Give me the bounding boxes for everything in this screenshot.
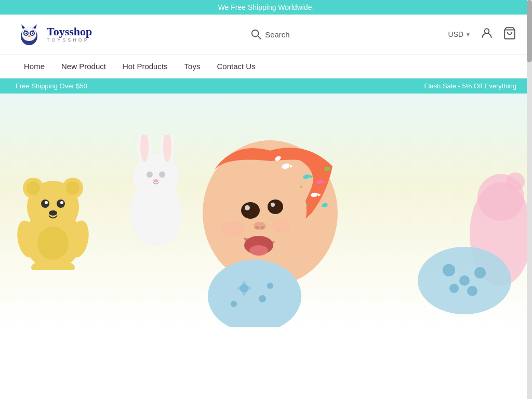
search-icon [250, 29, 262, 40]
svg-point-41 [153, 179, 158, 182]
announcement-text: We Free Shipping Worldwide. [218, 3, 314, 11]
currency-value: USD [448, 30, 464, 38]
svg-point-28 [37, 227, 69, 260]
cart-icon [503, 26, 516, 40]
svg-point-62 [268, 200, 283, 214]
svg-point-20 [26, 181, 40, 195]
svg-point-71 [271, 220, 290, 232]
svg-point-87 [467, 286, 477, 296]
svg-point-66 [255, 226, 259, 229]
svg-point-86 [449, 284, 459, 293]
below-hero [0, 327, 532, 348]
svg-point-74 [259, 295, 266, 302]
svg-point-39 [147, 171, 153, 178]
svg-point-63 [245, 205, 250, 210]
svg-point-76 [267, 283, 273, 289]
svg-line-12 [31, 31, 34, 31]
svg-point-15 [485, 29, 489, 33]
svg-point-64 [271, 203, 275, 207]
chevron-down-icon: ▼ [466, 32, 471, 37]
svg-point-70 [221, 221, 244, 236]
svg-point-26 [60, 201, 63, 204]
cart-icon-button[interactable] [503, 26, 516, 42]
teddy-bear-illustration [11, 166, 95, 270]
hero-scene [0, 94, 532, 327]
svg-point-25 [45, 201, 48, 204]
svg-point-81 [506, 172, 525, 191]
header: Toysshop TOYSSHOP Search USD ▼ [0, 15, 532, 55]
account-icon-button[interactable] [480, 26, 494, 42]
sub-announcement-bar: Free Shipping Over $50 Flash Sale - 5% O… [0, 78, 532, 94]
logo-name: Toysshop [47, 25, 92, 38]
nav-bar: Home New Product Hot Products Toys Conta… [0, 55, 532, 78]
svg-point-7 [32, 33, 33, 34]
svg-point-69 [249, 245, 268, 256]
svg-point-6 [25, 33, 27, 34]
svg-line-14 [258, 36, 261, 39]
baby-illustration [166, 109, 384, 327]
search-area[interactable]: Search [250, 29, 290, 40]
currency-selector[interactable]: USD ▼ [448, 30, 471, 38]
svg-point-40 [159, 171, 165, 178]
nav-item-home[interactable]: Home [16, 55, 53, 78]
sub-bar-left: Free Shipping Over $50 [16, 82, 87, 90]
sub-bar-right: Flash Sale - 5% Off Everything [424, 82, 516, 90]
svg-point-84 [459, 275, 470, 286]
svg-point-13 [252, 30, 259, 37]
announcement-bar: We Free Shipping Worldwide. [0, 0, 532, 15]
hero-section [0, 94, 532, 327]
svg-point-78 [242, 281, 247, 296]
svg-point-67 [260, 226, 264, 229]
search-label: Search [265, 30, 290, 39]
diaper-illustration [413, 239, 516, 317]
svg-line-11 [24, 31, 28, 31]
svg-marker-10 [33, 24, 37, 29]
nav-item-hot-products[interactable]: Hot Products [114, 55, 176, 78]
person-icon [480, 26, 494, 40]
svg-point-22 [66, 181, 79, 195]
svg-point-61 [241, 202, 260, 219]
scrollbar-thumb[interactable] [527, 0, 532, 62]
svg-point-65 [254, 222, 266, 230]
logo-text: Toysshop TOYSSHOP [47, 25, 92, 43]
svg-point-27 [49, 210, 57, 216]
logo-link[interactable]: Toysshop TOYSSHOP [16, 21, 92, 48]
scrollbar[interactable] [527, 0, 532, 348]
nav-item-new-product[interactable]: New Product [53, 55, 114, 78]
svg-marker-9 [21, 24, 25, 29]
nav-item-toys[interactable]: Toys [176, 55, 209, 78]
header-right: USD ▼ [448, 26, 516, 42]
svg-point-75 [231, 301, 237, 307]
logo-sub: TOYSSHOP [47, 38, 92, 43]
logo-icon [16, 21, 43, 48]
nav-item-contact[interactable]: Contact Us [208, 55, 263, 78]
svg-point-83 [443, 264, 455, 276]
svg-point-85 [474, 267, 486, 278]
